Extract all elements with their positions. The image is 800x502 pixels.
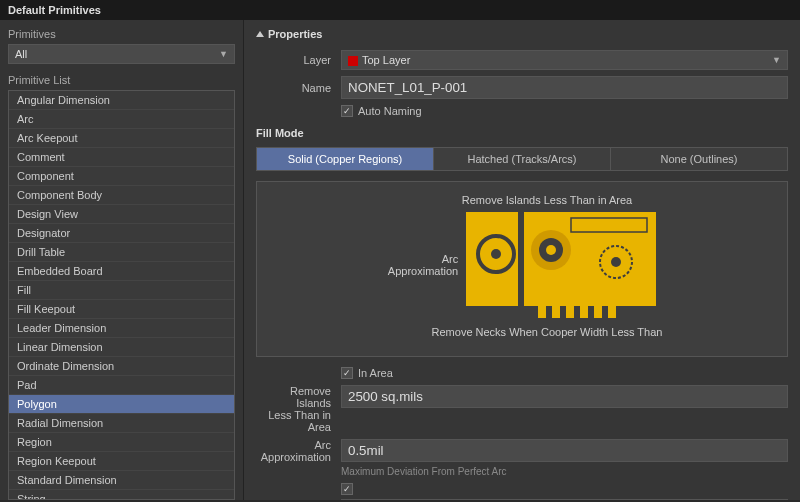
fillmode-header: Fill Mode: [256, 127, 788, 139]
name-input[interactable]: [341, 76, 788, 99]
list-item[interactable]: Standard Dimension: [9, 471, 234, 490]
list-item[interactable]: String: [9, 490, 234, 500]
svg-rect-11: [552, 306, 560, 318]
list-item[interactable]: Arc: [9, 110, 234, 129]
chevron-down-icon: ▼: [772, 55, 781, 65]
list-item[interactable]: Polygon: [9, 395, 234, 414]
list-item[interactable]: Angular Dimension: [9, 91, 234, 110]
in-area-label: In Area: [358, 367, 393, 379]
left-panel: Primitives All ▼ Primitive List Angular …: [0, 20, 244, 500]
list-item[interactable]: Pad: [9, 376, 234, 395]
layer-label: Layer: [256, 54, 341, 66]
svg-rect-13: [580, 306, 588, 318]
chevron-down-icon: ▼: [219, 49, 228, 59]
list-item[interactable]: Component Body: [9, 186, 234, 205]
primitives-filter-value: All: [15, 48, 27, 60]
arc-approx-input[interactable]: [341, 439, 788, 462]
preview-label-arc: ArcApproximation: [388, 253, 458, 277]
remove-islands-input[interactable]: [341, 385, 788, 408]
tab-none[interactable]: None (Outlines): [611, 148, 787, 170]
properties-header: Properties: [256, 28, 788, 40]
fillmode-tabs: Solid (Copper Regions) Hatched (Tracks/A…: [256, 147, 788, 171]
svg-point-8: [611, 257, 621, 267]
pcb-illustration: [466, 212, 656, 318]
list-item[interactable]: Ordinate Dimension: [9, 357, 234, 376]
list-item[interactable]: Design View: [9, 205, 234, 224]
remove-islands-label: Remove IslandsLess Than in Area: [256, 385, 341, 433]
name-label: Name: [256, 82, 341, 94]
svg-rect-15: [608, 306, 616, 318]
layer-select[interactable]: Top Layer ▼: [341, 50, 788, 70]
list-item[interactable]: Region: [9, 433, 234, 452]
fill-preview: Remove Islands Less Than in Area ArcAppr…: [256, 181, 788, 357]
list-item[interactable]: Radial Dimension: [9, 414, 234, 433]
list-item[interactable]: Arc Keepout: [9, 129, 234, 148]
auto-naming-checkbox[interactable]: ✓: [341, 105, 353, 117]
remove-necks-label: Remove NecksWhen CopperWidth Less Than: [256, 499, 341, 500]
primitives-label: Primitives: [8, 28, 235, 40]
svg-rect-14: [594, 306, 602, 318]
properties-panel: Properties Layer Top Layer ▼ Name ✓ Auto…: [244, 20, 800, 500]
list-item[interactable]: Leader Dimension: [9, 319, 234, 338]
list-item[interactable]: Component: [9, 167, 234, 186]
titlebar: Default Primitives: [0, 0, 800, 20]
layer-color-swatch: [348, 56, 358, 66]
svg-rect-3: [518, 212, 524, 306]
tab-hatched[interactable]: Hatched (Tracks/Arcs): [434, 148, 611, 170]
preview-label-islands: Remove Islands Less Than in Area: [462, 194, 632, 206]
primitive-list-label: Primitive List: [8, 74, 235, 86]
auto-naming-label: Auto Naming: [358, 105, 422, 117]
arc-approx-hint: Maximum Deviation From Perfect Arc: [341, 466, 788, 477]
svg-point-2: [491, 249, 501, 259]
list-item[interactable]: Fill Keepout: [9, 300, 234, 319]
list-item[interactable]: Designator: [9, 224, 234, 243]
svg-rect-12: [566, 306, 574, 318]
properties-header-label: Properties: [268, 28, 322, 40]
remove-necks-input[interactable]: [341, 499, 788, 500]
list-item[interactable]: Embedded Board: [9, 262, 234, 281]
list-item[interactable]: Drill Table: [9, 243, 234, 262]
primitive-list[interactable]: Angular DimensionArcArc KeepoutCommentCo…: [8, 90, 235, 500]
list-item[interactable]: Fill: [9, 281, 234, 300]
tab-solid[interactable]: Solid (Copper Regions): [257, 148, 434, 170]
list-item[interactable]: Region Keepout: [9, 452, 234, 471]
arc-approx-label: ArcApproximation: [256, 439, 341, 463]
main-content: Primitives All ▼ Primitive List Angular …: [0, 20, 800, 500]
svg-point-6: [546, 245, 556, 255]
preview-label-necks: Remove Necks When Cooper Width Less Than: [432, 326, 663, 338]
in-area-checkbox[interactable]: ✓: [341, 367, 353, 379]
list-item[interactable]: Comment: [9, 148, 234, 167]
remove-necks-checkbox[interactable]: ✓: [341, 483, 353, 495]
svg-rect-10: [538, 306, 546, 318]
expand-icon: [256, 31, 264, 37]
primitives-filter-dropdown[interactable]: All ▼: [8, 44, 235, 64]
layer-value: Top Layer: [348, 54, 410, 66]
list-item[interactable]: Linear Dimension: [9, 338, 234, 357]
